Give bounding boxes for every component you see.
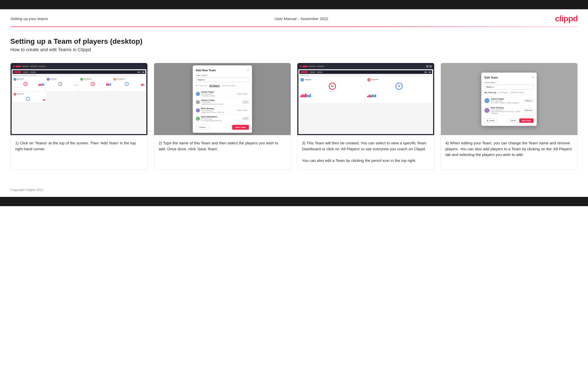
card-2-text: 2) Type the name of this Team and then s… <box>154 135 291 170</box>
player-2-club: Central London Golf Centre <box>201 103 241 105</box>
player-2-add-button[interactable]: Add <box>242 100 249 104</box>
top-bar <box>0 0 588 9</box>
card-1-text: 1) Click on 'Teams' at the top of the sc… <box>11 135 147 170</box>
edit-tab-all-players[interactable]: All Players <box>498 91 508 94</box>
card-2-step-text: 2) Type the name of this Team and then s… <box>159 141 278 151</box>
main-content: Setting up a Team of players (desktop) H… <box>0 27 588 185</box>
card-2-screenshot: Add New Team × Team Name * My Team (2) A… <box>154 63 291 135</box>
filter-label: Filter by name <box>222 85 236 86</box>
edit-team-name-input[interactable] <box>484 85 534 89</box>
card-4-step-text: 4) When editing your Team, you can chang… <box>446 141 573 157</box>
player-2-name: Adrian Coliba <box>201 99 241 101</box>
cards-grid: Finding 5 out of 5 players from: All Pla… <box>10 63 578 170</box>
page-title: Setting up a Team of players (desktop) <box>10 37 578 46</box>
logo-text: clippd <box>555 14 578 23</box>
player-1-detail: Plus Handicap <box>201 93 234 95</box>
team-name-input[interactable] <box>196 77 249 82</box>
edit-player-1-club: The Shire London, United Kingdom <box>491 102 522 104</box>
bottom-bar <box>0 197 588 206</box>
card-3-screenshot: Finding 2 players Blair McHarg Plus Hand… <box>297 63 434 135</box>
card-2: Add New Team × Team Name * My Team (2) A… <box>154 63 291 170</box>
edit-player-1-remove-button[interactable]: Remove <box>523 99 534 102</box>
header-logo: clippd <box>555 14 578 23</box>
save-team-button[interactable]: Save Team <box>232 125 249 130</box>
add-team-dialog-title: Add New Team <box>196 69 216 72</box>
card-3-step-text: 3) This Team will then be created. You c… <box>302 141 426 163</box>
card-4-text: 4) When editing your Team, you can chang… <box>441 135 578 170</box>
player-1-name: Adrian Player <box>201 91 234 93</box>
page-subtitle: How to create and edit Teams in Clippd <box>10 47 578 53</box>
card-1-screenshot: Finding 5 out of 5 players from: All Pla… <box>11 63 147 135</box>
edit-tab-my-team[interactable]: My Team (2) <box>484 91 496 94</box>
card-4: Edit Team × Team Name * My Team (2) All … <box>441 63 578 170</box>
player-row-3: Blair McHarg Plus Handicap Royal North D… <box>196 106 249 115</box>
edit-player-1-detail: Plus Handicap <box>491 100 522 102</box>
card-1: Finding 5 out of 5 players from: All Pla… <box>10 63 148 170</box>
footer: Copyright Clippd 2021 <box>0 185 588 197</box>
player-3-detail: Plus Handicap <box>201 110 234 111</box>
player-1-club: The Shire London <box>201 95 234 97</box>
player-4-add-button[interactable]: Add <box>242 117 249 120</box>
tab-all-players[interactable]: All Players <box>209 84 220 87</box>
player-4-detail: 3.5 Handicap <box>201 118 241 120</box>
edit-player-1-name: Adrian Player <box>491 98 522 100</box>
player-4-club: The Drag Masg Golf Club <box>201 120 241 121</box>
card-4-screenshot: Edit Team × Team Name * My Team (2) All … <box>441 63 578 135</box>
edit-player-2-club: Royal North Devon Golf Club, United King… <box>491 111 522 114</box>
delete-team-button[interactable]: 🗑 Delete <box>484 118 497 123</box>
edit-team-close-icon[interactable]: × <box>532 76 534 79</box>
edit-player-2-name: Blair McHarg <box>491 107 522 109</box>
header-left: Setting up your teams <box>10 16 48 21</box>
copyright-text: Copyright Clippd 2021 <box>10 188 44 192</box>
player-row-2: Adrian Coliba 1 Handicap Central London … <box>196 98 249 106</box>
card-3-text: 3) This Team will then be created. You c… <box>297 135 434 170</box>
card-3: Finding 2 players Blair McHarg Plus Hand… <box>297 63 434 170</box>
edit-filter-label: Filter by name <box>510 92 524 93</box>
edit-player-2-detail: Plus Handicap <box>491 109 522 111</box>
add-team-close-icon[interactable]: × <box>247 68 249 72</box>
player-3-name: Blair McHarg <box>201 107 234 110</box>
tab-my-team[interactable]: My Team (2) <box>196 84 207 87</box>
edit-save-team-button[interactable]: Save Team <box>519 118 534 123</box>
card-1-step-text: 1) Click on 'Teams' at the top of the sc… <box>15 141 136 151</box>
edit-player-row-1: Adrian Player Plus Handicap The Shire Lo… <box>484 97 534 105</box>
player-1-action[interactable]: Player Added <box>236 92 249 95</box>
edit-team-dialog-title: Edit Team <box>484 76 498 79</box>
edit-player-row-2: Blair McHarg Plus Handicap Royal North D… <box>484 105 534 116</box>
edit-team-dialog: Edit Team × Team Name * My Team (2) All … <box>481 73 537 126</box>
player-3-action[interactable]: Player Added <box>236 109 249 112</box>
trash-icon: 🗑 <box>487 120 489 121</box>
player-3-club: Royal North Devon Golf Club <box>201 111 234 113</box>
header: Setting up your teams User Manual – Nove… <box>0 9 588 27</box>
header-center: User Manual – November 2022 <box>275 16 328 21</box>
player-2-detail: 1 Handicap <box>201 101 241 103</box>
edit-team-name-label: Team Name * <box>484 81 534 84</box>
player-4-name: Dave Billingham <box>201 116 241 118</box>
player-row-4: Dave Billingham 3.5 Handicap The Drag Ma… <box>196 115 249 123</box>
add-team-dialog: Add New Team × Team Name * My Team (2) A… <box>193 65 252 133</box>
cancel-button[interactable]: Cancel <box>196 125 209 130</box>
edit-cancel-button[interactable]: Cancel <box>508 118 518 123</box>
player-row-1: Adrian Player Plus Handicap The Shire Lo… <box>196 90 249 98</box>
team-name-label: Team Name * <box>196 74 249 76</box>
edit-player-2-remove-button[interactable]: Remove <box>523 109 534 112</box>
